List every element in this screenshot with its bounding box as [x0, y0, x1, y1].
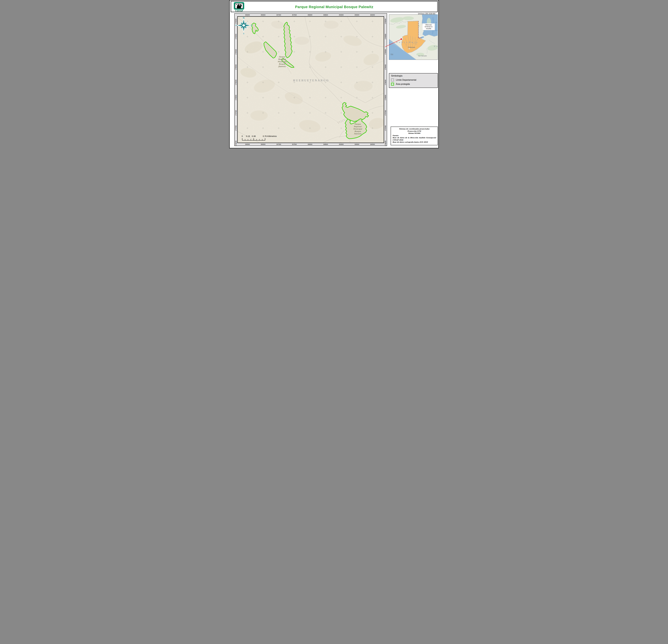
- inset-capital-label: Guatemala: [408, 46, 415, 48]
- scale-bar: 0 0.19 0.38 0.76 Kilómetros: [241, 135, 287, 141]
- conap-monkey-icon: [233, 2, 245, 10]
- tick-label: 356000: [245, 14, 250, 16]
- legend-title: Simbología: [391, 75, 436, 77]
- inset-locator-map: G u a t e m a l a Guatemala San Salvador…: [389, 14, 438, 60]
- park-name-label: Parque Regional Municipal Bosque Palewit…: [273, 56, 291, 68]
- tick-label: 360000: [370, 14, 375, 16]
- legend-item-protected-area: Área protegida: [391, 83, 436, 85]
- park-label-line: Bosque: [273, 63, 291, 65]
- credits-line: Base de datos cartografía básica IGN 201…: [393, 141, 436, 143]
- compass-rose: N S E O: [236, 17, 251, 34]
- tick-label: 1737000: [385, 125, 386, 131]
- tick-label: 357000: [276, 14, 281, 16]
- park-label-line: Regional: [273, 58, 291, 61]
- inset-note-box: Diferendo territorial no resuelto: [422, 23, 435, 30]
- tick-label: 358500: [323, 143, 328, 145]
- department-label: HUEHUETENANGO: [290, 79, 333, 82]
- tick-label: 357000: [276, 143, 281, 145]
- legend-label: Área protegida: [396, 83, 410, 85]
- tick-label: 357500: [292, 14, 297, 16]
- legend: Simbología Límite Departamental Área pro…: [389, 73, 438, 88]
- x-axis-top: 3560003565003570003575003580003585003590…: [238, 14, 384, 16]
- credits-line: CONAP 2026: [393, 139, 436, 141]
- compass-south-label: S: [243, 33, 244, 35]
- credits-line: Proyección GTM: [393, 130, 436, 132]
- tick-label: 359500: [354, 14, 359, 16]
- tick-label: 1739500: [235, 49, 237, 54]
- scale-bar-ruler: [241, 135, 287, 141]
- tick-label: 358000: [308, 143, 312, 145]
- park-label-line: Bosque: [349, 130, 366, 132]
- tick-label: 356000: [245, 143, 250, 145]
- compass-north-label: N: [243, 17, 244, 19]
- tick-label: 359000: [339, 143, 344, 145]
- inset-number-label: 721: [390, 53, 393, 56]
- credits-line: Datum WGS84: [393, 132, 436, 135]
- tick-label: 360000: [370, 143, 375, 145]
- tick-label: 1738500: [385, 80, 386, 85]
- tick-label: 1736500: [235, 141, 237, 146]
- credits-box: Sistema de coordenadas proyectadas Proye…: [391, 127, 438, 145]
- park-label-line: Palewitz: [349, 132, 366, 135]
- y-axis-right: 1740500174000017395001739000173850017380…: [384, 17, 387, 143]
- protected-area-swatch: [391, 83, 394, 85]
- park-label-line: Palewitz: [273, 65, 291, 68]
- compass-east-label: E: [251, 24, 252, 27]
- tick-label: 1740500: [385, 19, 386, 24]
- tick-label: 356500: [261, 143, 265, 145]
- tick-label: 1738000: [235, 95, 237, 100]
- credits-line: Fuente:: [393, 135, 436, 137]
- y-axis-left: 1740500174000017395001739000173850017380…: [234, 17, 237, 143]
- tick-label: 1738500: [235, 80, 237, 85]
- park-label-line: Parque: [273, 56, 291, 58]
- header-bar: CONAP Parque Regional Municipal Bosque P…: [231, 1, 438, 12]
- tick-label: 1739000: [385, 64, 386, 70]
- tick-label: 357500: [292, 143, 297, 145]
- map-sheet: CONAP Parque Regional Municipal Bosque P…: [229, 0, 439, 148]
- park-label-line: Municipal: [273, 61, 291, 63]
- tick-label: 359000: [339, 14, 344, 16]
- tick-label: 356500: [261, 14, 265, 16]
- credits-line: Sistema de coordenadas proyectadas: [393, 128, 436, 130]
- park-name-label: Parque Regional Municipal Bosque Palewit…: [349, 123, 366, 135]
- tick-label: 1738000: [385, 95, 386, 100]
- inset-neighbor-label: H o: [434, 45, 438, 47]
- park-label-line: Municipal: [349, 128, 366, 130]
- tick-label: 1740000: [235, 34, 237, 40]
- locator-square: [401, 39, 402, 40]
- park-label-line: Regional: [349, 125, 366, 128]
- page-title: Parque Regional Municipal Bosque Palewit…: [247, 5, 421, 9]
- inset-water-label: Hond: [435, 30, 438, 31]
- x-axis-bottom: 3560003565003570003575003580003585003590…: [238, 143, 384, 146]
- tick-label: 358500: [323, 14, 328, 16]
- tick-label: 1740000: [385, 34, 386, 40]
- tick-label: 1737500: [385, 110, 386, 116]
- tick-label: 358000: [308, 14, 312, 16]
- legend-item-departmental: Límite Departamental: [391, 79, 436, 81]
- tick-label: 1739000: [235, 64, 237, 70]
- tick-label: 359500: [354, 143, 359, 145]
- conap-logo-label: CONAP: [233, 10, 245, 12]
- legend-label: Límite Departamental: [396, 79, 416, 81]
- compass-rose-icon: [236, 17, 251, 34]
- departmental-boundary-swatch: [391, 79, 394, 81]
- credits-line: Base de datos de la Dirección Análisis G…: [393, 137, 436, 139]
- inset-country-label: G u a t e m a l a: [396, 41, 418, 43]
- tick-label: 1736500: [385, 141, 386, 146]
- tick-label: 1739500: [385, 49, 386, 54]
- inset-city-label: San Salvador: [418, 55, 427, 57]
- inset-water-label: Gu: [435, 21, 437, 23]
- conap-logo: CONAP: [233, 2, 245, 12]
- compass-west-label: O: [235, 24, 237, 27]
- tick-label: 1737000: [235, 125, 237, 131]
- tick-label: 1737500: [235, 110, 237, 116]
- park-label-line: Parque: [349, 123, 366, 125]
